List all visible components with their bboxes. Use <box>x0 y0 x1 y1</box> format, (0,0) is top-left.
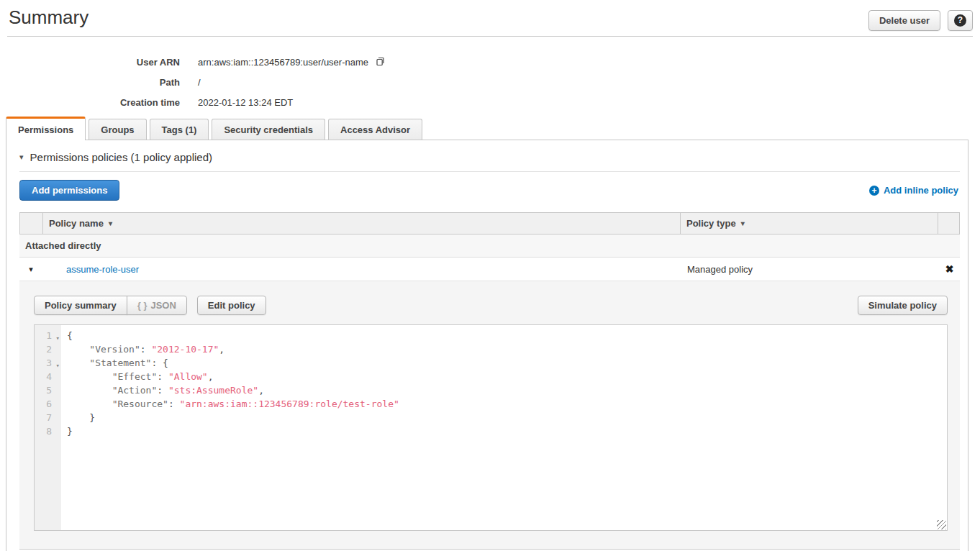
permissions-policies-section-toggle[interactable]: ▾ Permissions policies (1 policy applied… <box>19 151 960 163</box>
add-inline-policy-link[interactable]: + Add inline policy <box>869 185 958 196</box>
edit-policy-button[interactable]: Edit policy <box>197 296 266 315</box>
gutter-line-number: 3▾ <box>35 356 61 370</box>
field-label: Creation time <box>0 97 180 108</box>
actions-column-header <box>938 213 959 234</box>
policy-actions-row: Add permissions + Add inline policy <box>19 180 960 201</box>
header-divider <box>7 36 973 37</box>
tab-permissions[interactable]: Permissions <box>6 117 86 140</box>
policy-summary-button[interactable]: Policy summary <box>34 296 127 315</box>
gutter-line-number: 5 <box>35 383 61 397</box>
policy-name-column-header[interactable]: Policy name ▾ <box>43 213 681 234</box>
gutter-line-number: 4 <box>35 370 61 383</box>
chevron-down-icon: ▾ <box>19 153 24 161</box>
editor-code[interactable]: { "Version": "2012-10-17", "Statement": … <box>61 325 399 530</box>
field-label: Path <box>0 77 180 88</box>
policy-name-header-label: Policy name <box>49 218 104 229</box>
policy-type-cell: Managed policy <box>681 264 939 275</box>
expander-column-header <box>20 213 43 234</box>
code-line: "Version": "2012-10-17", <box>67 342 399 356</box>
section-divider <box>19 171 960 172</box>
tab-security-credentials[interactable]: Security credentials <box>212 119 325 140</box>
gutter-line-number: 8 <box>35 424 61 438</box>
policy-name-cell: assume-role-user <box>42 264 681 275</box>
code-line: "Statement": { <box>67 356 399 370</box>
attached-directly-group-row: Attached directly <box>19 234 960 258</box>
simulate-policy-button[interactable]: Simulate policy <box>858 296 948 315</box>
editor-resize-handle[interactable] <box>937 520 946 529</box>
policy-name-link[interactable]: assume-role-user <box>66 264 139 275</box>
json-view-button[interactable]: { } JSON <box>127 296 187 315</box>
policy-table: Policy name ▾ Policy type ▾ Attached dir… <box>19 212 960 550</box>
gutter-line-number: 6 <box>35 397 61 411</box>
sort-caret-icon: ▾ <box>109 219 112 227</box>
add-permissions-button[interactable]: Add permissions <box>19 180 119 201</box>
field-row-path: Path / <box>0 72 980 92</box>
tab-bar: Permissions Groups Tags (1) Security cre… <box>6 117 968 140</box>
code-line: } <box>67 424 399 438</box>
creation-time-value: 2022-01-12 13:24 EDT <box>198 97 293 108</box>
policy-detail-toolbar: Policy summary { } JSON Edit policy Simu… <box>34 296 948 315</box>
copy-icon[interactable] <box>375 55 386 69</box>
policy-row: ▾ assume-role-user Managed policy ✖ <box>19 258 960 281</box>
editor-gutter[interactable]: 1▾23▾45678 <box>35 325 61 530</box>
tab-access-advisor[interactable]: Access Advisor <box>328 119 422 140</box>
code-line: "Resource": "arn:aws:iam::123456789:role… <box>67 397 399 411</box>
code-line: { <box>67 329 399 342</box>
gutter-line-number: 7 <box>35 411 61 424</box>
code-line: } <box>67 411 399 424</box>
page-header: Summary Delete user ? <box>0 0 980 31</box>
plus-icon: + <box>869 186 879 196</box>
sort-caret-icon: ▾ <box>741 219 745 227</box>
row-expander-caret-icon[interactable]: ▾ <box>19 265 42 274</box>
summary-fields: User ARN arn:aws:iam::123456789:user/use… <box>0 52 980 112</box>
add-inline-policy-label: Add inline policy <box>884 185 958 196</box>
gutter-line-number: 2 <box>35 342 61 356</box>
field-row-creation-time: Creation time 2022-01-12 13:24 EDT <box>0 92 980 112</box>
user-arn-value: arn:aws:iam::123456789:user/user-name <box>198 57 368 68</box>
policy-type-header-label: Policy type <box>686 218 736 229</box>
table-header-row: Policy name ▾ Policy type ▾ <box>19 212 960 234</box>
header-actions: Delete user ? <box>868 10 973 31</box>
help-icon: ? <box>954 14 966 27</box>
section-title: Permissions policies (1 policy applied) <box>30 151 212 163</box>
policy-detail-panel: Policy summary { } JSON Edit policy Simu… <box>19 281 960 550</box>
tab-tags[interactable]: Tags (1) <box>150 119 209 140</box>
policy-json-editor[interactable]: 1▾23▾45678 { "Version": "2012-10-17", "S… <box>34 324 948 531</box>
policy-type-column-header[interactable]: Policy type ▾ <box>681 213 938 234</box>
field-value: arn:aws:iam::123456789:user/user-name <box>198 55 386 69</box>
code-line: "Effect": "Allow", <box>67 370 399 383</box>
page-title: Summary <box>9 6 89 29</box>
help-button[interactable]: ? <box>948 10 973 31</box>
tab-groups[interactable]: Groups <box>89 119 146 140</box>
permissions-tab-panel: ▾ Permissions policies (1 policy applied… <box>6 140 968 551</box>
gutter-line-number: 1▾ <box>35 329 61 342</box>
close-icon[interactable]: ✖ <box>945 264 954 274</box>
detach-policy-cell: ✖ <box>939 264 960 274</box>
path-value: / <box>198 77 201 88</box>
delete-user-button[interactable]: Delete user <box>868 10 940 31</box>
json-view-label: JSON <box>150 300 176 311</box>
field-label: User ARN <box>0 57 180 68</box>
code-line: "Action": "sts:AssumeRole", <box>67 383 399 397</box>
braces-icon: { } <box>137 300 148 311</box>
field-row-user-arn: User ARN arn:aws:iam::123456789:user/use… <box>0 52 980 72</box>
